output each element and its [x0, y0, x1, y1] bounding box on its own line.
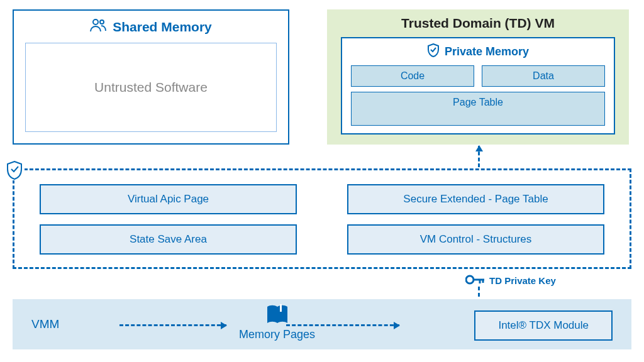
key-icon	[465, 274, 484, 287]
people-icon	[90, 18, 106, 35]
td-private-key-text: TD Private Key	[489, 275, 556, 286]
shared-memory-panel: Shared Memory Untrusted Software	[13, 9, 289, 145]
private-memory-panel: Private Memory Code Data Page Table	[341, 37, 615, 134]
tdx-module-box: Intel® TDX Module	[474, 310, 613, 341]
trusted-right-column: Secure Extended - Page Table VM Control …	[347, 184, 604, 253]
bottom-bar: VMM Memory Pages Intel® TDX Module	[13, 299, 631, 349]
private-memory-header: Private Memory	[427, 43, 529, 60]
untrusted-software-label: Untrusted Software	[94, 80, 208, 95]
trusted-left-column: Virtual Apic Page State Save Area	[40, 184, 297, 253]
arrow-memory-pages-to-tdx	[286, 324, 399, 326]
shield-icon	[4, 160, 25, 180]
book-icon	[265, 304, 290, 327]
arrow-vmm-to-memory-pages	[119, 324, 226, 326]
vmm-label: VMM	[31, 317, 107, 331]
untrusted-software-box: Untrusted Software	[25, 43, 277, 132]
svg-rect-6	[280, 304, 282, 312]
state-save-area-box: State Save Area	[40, 224, 297, 255]
svg-point-1	[100, 20, 104, 24]
top-row: Shared Memory Untrusted Software Trusted…	[13, 9, 631, 145]
trusted-dashed-container: Virtual Apic Page State Save Area Secure…	[13, 168, 631, 269]
code-data-row: Code Data	[351, 65, 605, 87]
vmcs-box: VM Control - Structures	[347, 224, 604, 255]
td-private-key-label: TD Private Key	[465, 274, 556, 287]
data-box: Data	[482, 65, 605, 87]
shared-memory-title: Shared Memory	[113, 19, 212, 35]
code-box: Code	[351, 65, 474, 87]
virtual-apic-page-box: Virtual Apic Page	[40, 184, 297, 214]
private-memory-title: Private Memory	[445, 45, 529, 58]
secure-ept-box: Secure Extended - Page Table	[347, 184, 604, 214]
svg-point-0	[93, 19, 98, 25]
memory-pages-group: Memory Pages	[239, 304, 315, 341]
svg-point-2	[466, 276, 474, 283]
arrow-up-to-td-vm	[478, 146, 480, 167]
shield-check-icon	[427, 43, 440, 60]
page-table-box: Page Table	[351, 92, 605, 126]
td-vm-panel: Trusted Domain (TD) VM Private Memory Co…	[327, 9, 629, 145]
td-vm-title: Trusted Domain (TD) VM	[341, 16, 615, 31]
shared-memory-header: Shared Memory	[90, 18, 212, 35]
memory-pages-label: Memory Pages	[239, 328, 315, 341]
